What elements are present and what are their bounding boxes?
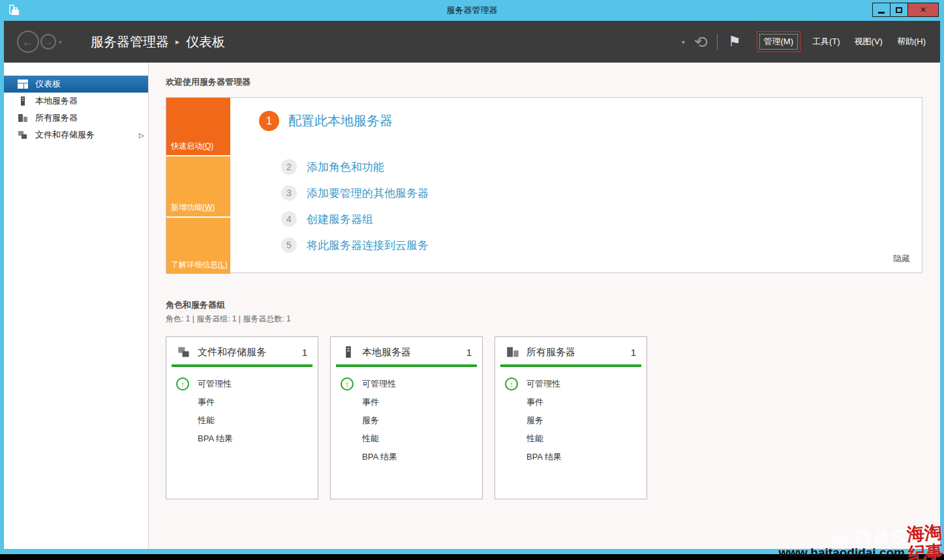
refresh-icon[interactable]: ⟲ bbox=[694, 34, 708, 50]
step-number-badge: 2 bbox=[281, 159, 297, 175]
breadcrumb: 服务器管理器 ▸ 仪表板 bbox=[91, 33, 225, 51]
forward-button[interactable]: → bbox=[40, 34, 56, 50]
step-link: 添加要管理的其他服务器 bbox=[307, 186, 429, 201]
row-label: 性能 bbox=[526, 433, 543, 445]
welcome-tile-tabs: 快速启动(Q) 新增功能(W) 了解详细信息(L) bbox=[166, 98, 230, 273]
back-icon: ← bbox=[22, 35, 35, 50]
up-arrow-icon: ↑ bbox=[504, 377, 519, 391]
notifications-flag-icon[interactable]: ⚑ bbox=[728, 33, 741, 50]
header-right: ▾ ⟲ ⚑ 管理(M) 工具(T) 视图(V) 帮助(H) bbox=[682, 31, 934, 52]
hide-link[interactable]: 隐藏 bbox=[893, 253, 910, 265]
main-area: 仪表板 本地服务器 bbox=[4, 63, 940, 549]
row-performance[interactable]: 性能 bbox=[175, 411, 318, 430]
tab-whats-new[interactable]: 新增功能(W) bbox=[166, 156, 230, 216]
row-services[interactable]: 服务 bbox=[504, 411, 647, 430]
tab-label: 新增功能(W) bbox=[171, 202, 215, 213]
row-services[interactable]: 服务 bbox=[340, 411, 482, 430]
step-add-other-servers[interactable]: 3 添加要管理的其他服务器 bbox=[281, 180, 429, 206]
breadcrumb-separator-icon: ▸ bbox=[175, 37, 179, 46]
expand-arrow-icon[interactable]: ▷ bbox=[139, 132, 144, 139]
close-button[interactable]: ✕ bbox=[907, 3, 939, 17]
sidebar-item-local-server[interactable]: 本地服务器 bbox=[4, 93, 148, 110]
window-controls: ✕ bbox=[872, 3, 939, 17]
row-label: BPA 结果 bbox=[526, 451, 562, 463]
card-file-storage: 文件和存储服务 1 ↑ 可管理性 bbox=[166, 336, 318, 499]
row-bpa-results[interactable]: BPA 结果 bbox=[340, 448, 482, 466]
forward-icon: → bbox=[44, 37, 53, 47]
row-label: 可管理性 bbox=[198, 378, 232, 390]
back-button[interactable]: ← bbox=[17, 31, 39, 53]
server-icon bbox=[341, 346, 356, 359]
minimize-button[interactable] bbox=[872, 3, 890, 17]
titlebar: 服务器管理器 ✕ bbox=[0, 0, 944, 21]
breadcrumb-root[interactable]: 服务器管理器 bbox=[91, 33, 169, 51]
tab-label: 快速启动(Q) bbox=[171, 141, 213, 152]
row-label: 性能 bbox=[198, 415, 215, 426]
menu-help[interactable]: 帮助(H) bbox=[894, 32, 928, 52]
row-manageability[interactable]: ↑ 可管理性 bbox=[504, 375, 647, 393]
maximize-icon bbox=[896, 7, 902, 13]
step-connect-cloud-services[interactable]: 5 将此服务器连接到云服务 bbox=[281, 232, 429, 258]
app-header: ← → ▾ 服务器管理器 ▸ 仪表板 ▾ ⟲ ⚑ 管理(M) 工具(T) bbox=[4, 21, 940, 63]
dashboard-icon bbox=[17, 80, 29, 89]
step-number-badge: 5 bbox=[281, 237, 297, 253]
window-title: 服务器管理器 bbox=[0, 5, 944, 16]
card-title[interactable]: 所有服务器 bbox=[526, 346, 575, 359]
menu-tools[interactable]: 工具(T) bbox=[810, 32, 843, 52]
nav-buttons: ← → ▾ bbox=[17, 31, 62, 53]
sidebar-item-file-storage[interactable]: 文件和存储服务 ▷ bbox=[4, 126, 148, 143]
sidebar-item-dashboard[interactable]: 仪表板 bbox=[4, 76, 148, 93]
sidebar-item-label: 仪表板 bbox=[35, 78, 61, 90]
sidebar-item-all-servers[interactable]: 所有服务器 bbox=[4, 110, 148, 126]
row-label: 服务 bbox=[526, 415, 543, 426]
row-performance[interactable]: 性能 bbox=[340, 430, 482, 448]
content-pane: 欢迎使用服务器管理器 快速启动(Q) 新增功能(W) 了解详细信息(L) bbox=[149, 63, 940, 549]
row-performance[interactable]: 性能 bbox=[504, 430, 647, 448]
card-rows: ↑ 可管理性 事件 性能 bbox=[166, 367, 318, 448]
server-manager-window: 服务器管理器 ✕ ← → ▾ 服务器管理器 ▸ 仪表板 bbox=[0, 0, 944, 554]
row-events[interactable]: 事件 bbox=[340, 393, 482, 411]
servers-icon bbox=[506, 346, 520, 359]
card-title[interactable]: 文件和存储服务 bbox=[198, 346, 266, 359]
notifications-caret-icon[interactable]: ▾ bbox=[682, 38, 685, 46]
card-header: 本地服务器 1 bbox=[331, 337, 482, 364]
step-link: 创建服务器组 bbox=[307, 212, 373, 227]
card-header: 所有服务器 1 bbox=[495, 337, 647, 364]
row-events[interactable]: 事件 bbox=[504, 393, 647, 411]
sidebar-item-label: 文件和存储服务 bbox=[35, 129, 95, 141]
row-label: 可管理性 bbox=[526, 378, 560, 390]
window-frame: ← → ▾ 服务器管理器 ▸ 仪表板 ▾ ⟲ ⚑ 管理(M) 工具(T) bbox=[4, 21, 940, 549]
row-label: 事件 bbox=[362, 396, 379, 408]
row-bpa-results[interactable]: BPA 结果 bbox=[504, 448, 647, 466]
nav-history-caret-icon[interactable]: ▾ bbox=[59, 38, 62, 46]
welcome-tile-body: 1 配置此本地服务器 2 添加角色和功能 3 添加要管理的其他 bbox=[230, 98, 922, 273]
card-header: 文件和存储服务 1 bbox=[166, 337, 318, 364]
up-arrow-icon: ↑ bbox=[175, 377, 190, 391]
row-events[interactable]: 事件 bbox=[175, 393, 318, 411]
menu-manage[interactable]: 管理(M) bbox=[757, 31, 801, 52]
row-label: BPA 结果 bbox=[198, 433, 233, 445]
server-icon bbox=[17, 96, 29, 106]
row-label: 事件 bbox=[198, 396, 215, 408]
step-configure-local-server[interactable]: 1 配置此本地服务器 bbox=[259, 111, 393, 131]
step-link: 将此服务器连接到云服务 bbox=[307, 238, 429, 253]
row-manageability[interactable]: ↑ 可管理性 bbox=[340, 375, 482, 393]
card-all-servers: 所有服务器 1 ↑ 可管理性 bbox=[495, 336, 647, 499]
tab-label: 了解详细信息(L) bbox=[171, 259, 228, 271]
tab-learn-more[interactable]: 了解详细信息(L) bbox=[166, 218, 230, 274]
card-rows: ↑ 可管理性 事件 服务 bbox=[495, 367, 647, 466]
card-title[interactable]: 本地服务器 bbox=[362, 346, 411, 359]
menu-view[interactable]: 视图(V) bbox=[852, 32, 885, 52]
role-cards: 文件和存储服务 1 ↑ 可管理性 bbox=[166, 336, 940, 499]
card-rows: ↑ 可管理性 事件 服务 bbox=[331, 367, 482, 466]
tab-quick-start[interactable]: 快速启动(Q) bbox=[166, 98, 230, 155]
step-number-badge: 1 bbox=[259, 111, 279, 131]
step-add-roles-features[interactable]: 2 添加角色和功能 bbox=[281, 154, 429, 180]
row-label: 可管理性 bbox=[362, 378, 396, 390]
step-create-server-group[interactable]: 4 创建服务器组 bbox=[281, 206, 429, 232]
header-divider bbox=[717, 34, 718, 50]
row-bpa-results[interactable]: BPA 结果 bbox=[175, 430, 318, 448]
maximize-button[interactable] bbox=[890, 3, 907, 17]
row-manageability[interactable]: ↑ 可管理性 bbox=[175, 375, 318, 393]
row-label: 服务 bbox=[362, 415, 379, 426]
